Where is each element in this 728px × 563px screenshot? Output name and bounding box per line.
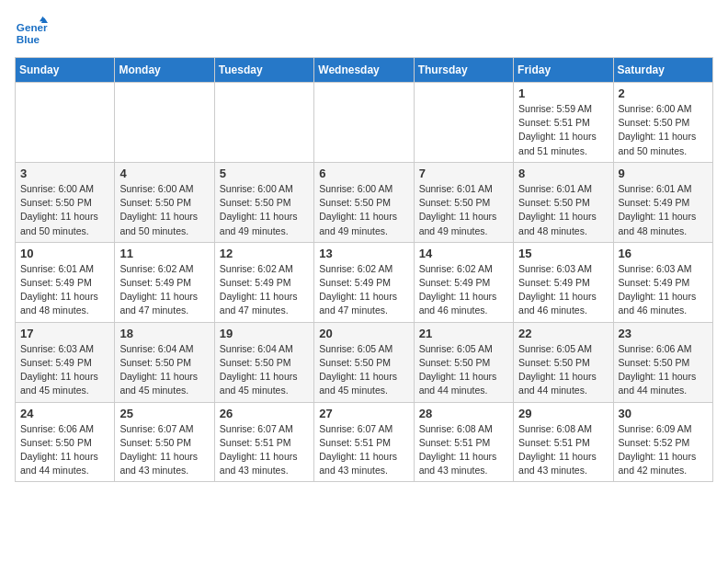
calendar-cell [214,83,313,163]
calendar-cell: 8Sunrise: 6:01 AM Sunset: 5:50 PM Daylig… [514,162,613,242]
calendar-cell: 22Sunrise: 6:05 AM Sunset: 5:50 PM Dayli… [514,322,613,402]
day-number: 3 [20,167,109,180]
day-info: Sunrise: 6:07 AM Sunset: 5:51 PM Dayligh… [220,422,309,478]
calendar-table: SundayMondayTuesdayWednesdayThursdayFrid… [15,57,713,482]
calendar-cell: 10Sunrise: 6:01 AM Sunset: 5:49 PM Dayli… [16,242,115,322]
day-number: 28 [419,407,508,420]
calendar-cell [115,83,214,163]
day-number: 21 [419,327,508,340]
calendar-cell: 25Sunrise: 6:07 AM Sunset: 5:50 PM Dayli… [115,402,214,482]
calendar-cell [16,83,115,163]
day-info: Sunrise: 6:00 AM Sunset: 5:50 PM Dayligh… [119,182,209,238]
day-info: Sunrise: 6:03 AM Sunset: 5:49 PM Dayligh… [20,342,109,398]
day-number: 22 [518,327,608,340]
day-info: Sunrise: 6:00 AM Sunset: 5:50 PM Dayligh… [20,182,109,238]
day-number: 30 [619,407,708,420]
day-info: Sunrise: 6:02 AM Sunset: 5:49 PM Dayligh… [419,262,508,318]
calendar-cell: 12Sunrise: 6:02 AM Sunset: 5:49 PM Dayli… [214,242,313,322]
day-info: Sunrise: 6:01 AM Sunset: 5:49 PM Dayligh… [20,262,109,318]
day-info: Sunrise: 6:00 AM Sunset: 5:50 PM Dayligh… [619,102,708,158]
calendar-cell: 1Sunrise: 5:59 AM Sunset: 5:51 PM Daylig… [514,83,613,163]
weekday-header-sunday: Sunday [16,58,115,83]
calendar-header: SundayMondayTuesdayWednesdayThursdayFrid… [16,58,713,83]
day-number: 8 [518,167,608,180]
calendar-cell: 4Sunrise: 6:00 AM Sunset: 5:50 PM Daylig… [115,162,214,242]
calendar-cell: 15Sunrise: 6:03 AM Sunset: 5:49 PM Dayli… [514,242,613,322]
day-number: 29 [518,407,608,420]
day-number: 12 [220,247,309,260]
day-info: Sunrise: 6:07 AM Sunset: 5:51 PM Dayligh… [319,422,408,478]
calendar-cell [414,83,513,163]
day-number: 17 [20,327,109,340]
day-info: Sunrise: 6:00 AM Sunset: 5:50 PM Dayligh… [319,182,408,238]
calendar-cell [314,83,414,163]
calendar-cell: 24Sunrise: 6:06 AM Sunset: 5:50 PM Dayli… [16,402,115,482]
day-number: 9 [619,167,708,180]
day-info: Sunrise: 5:59 AM Sunset: 5:51 PM Dayligh… [518,102,608,158]
page-header: General Blue [15,15,713,48]
calendar-cell: 11Sunrise: 6:02 AM Sunset: 5:49 PM Dayli… [115,242,214,322]
calendar-cell: 23Sunrise: 6:06 AM Sunset: 5:50 PM Dayli… [613,322,712,402]
day-number: 11 [119,247,209,260]
calendar-cell: 5Sunrise: 6:00 AM Sunset: 5:50 PM Daylig… [214,162,313,242]
day-info: Sunrise: 6:08 AM Sunset: 5:51 PM Dayligh… [518,422,608,478]
day-number: 16 [619,247,708,260]
day-info: Sunrise: 6:05 AM Sunset: 5:50 PM Dayligh… [518,342,608,398]
day-info: Sunrise: 6:07 AM Sunset: 5:50 PM Dayligh… [119,422,209,478]
calendar-cell: 16Sunrise: 6:03 AM Sunset: 5:49 PM Dayli… [613,242,712,322]
day-number: 27 [319,407,408,420]
day-info: Sunrise: 6:01 AM Sunset: 5:49 PM Dayligh… [619,182,708,238]
calendar-cell: 30Sunrise: 6:09 AM Sunset: 5:52 PM Dayli… [613,402,712,482]
calendar-cell: 21Sunrise: 6:05 AM Sunset: 5:50 PM Dayli… [414,322,513,402]
calendar-cell: 14Sunrise: 6:02 AM Sunset: 5:49 PM Dayli… [414,242,513,322]
calendar-cell: 29Sunrise: 6:08 AM Sunset: 5:51 PM Dayli… [514,402,613,482]
svg-text:Blue: Blue [17,33,40,45]
day-info: Sunrise: 6:02 AM Sunset: 5:49 PM Dayligh… [319,262,408,318]
weekday-header-thursday: Thursday [414,58,513,83]
day-info: Sunrise: 6:08 AM Sunset: 5:51 PM Dayligh… [419,422,508,478]
logo: General Blue [15,15,51,48]
weekday-header-monday: Monday [115,58,214,83]
calendar-cell: 3Sunrise: 6:00 AM Sunset: 5:50 PM Daylig… [16,162,115,242]
calendar-cell: 6Sunrise: 6:00 AM Sunset: 5:50 PM Daylig… [314,162,414,242]
calendar-cell: 9Sunrise: 6:01 AM Sunset: 5:49 PM Daylig… [613,162,712,242]
day-info: Sunrise: 6:06 AM Sunset: 5:50 PM Dayligh… [619,342,708,398]
day-number: 13 [319,247,408,260]
calendar-cell: 7Sunrise: 6:01 AM Sunset: 5:50 PM Daylig… [414,162,513,242]
day-number: 1 [518,86,608,100]
weekday-header-wednesday: Wednesday [314,58,414,83]
day-number: 18 [119,327,209,340]
day-info: Sunrise: 6:04 AM Sunset: 5:50 PM Dayligh… [119,342,209,398]
day-info: Sunrise: 6:00 AM Sunset: 5:50 PM Dayligh… [220,182,309,238]
weekday-header-friday: Friday [514,58,613,83]
day-info: Sunrise: 6:01 AM Sunset: 5:50 PM Dayligh… [419,182,508,238]
calendar-cell: 17Sunrise: 6:03 AM Sunset: 5:49 PM Dayli… [16,322,115,402]
day-info: Sunrise: 6:01 AM Sunset: 5:50 PM Dayligh… [518,182,608,238]
calendar-cell: 26Sunrise: 6:07 AM Sunset: 5:51 PM Dayli… [214,402,313,482]
day-number: 2 [619,86,708,100]
day-number: 15 [518,247,608,260]
day-number: 25 [119,407,209,420]
calendar-cell: 20Sunrise: 6:05 AM Sunset: 5:50 PM Dayli… [314,322,414,402]
weekday-header-saturday: Saturday [613,58,712,83]
day-info: Sunrise: 6:03 AM Sunset: 5:49 PM Dayligh… [518,262,608,318]
day-number: 10 [20,247,109,260]
day-info: Sunrise: 6:02 AM Sunset: 5:49 PM Dayligh… [119,262,209,318]
calendar-cell: 18Sunrise: 6:04 AM Sunset: 5:50 PM Dayli… [115,322,214,402]
day-info: Sunrise: 6:05 AM Sunset: 5:50 PM Dayligh… [419,342,508,398]
day-info: Sunrise: 6:05 AM Sunset: 5:50 PM Dayligh… [319,342,408,398]
day-info: Sunrise: 6:02 AM Sunset: 5:49 PM Dayligh… [220,262,309,318]
day-number: 20 [319,327,408,340]
day-number: 5 [220,167,309,180]
logo-icon: General Blue [15,15,48,48]
day-info: Sunrise: 6:06 AM Sunset: 5:50 PM Dayligh… [20,422,109,478]
calendar-cell: 28Sunrise: 6:08 AM Sunset: 5:51 PM Dayli… [414,402,513,482]
day-number: 14 [419,247,508,260]
calendar-cell: 27Sunrise: 6:07 AM Sunset: 5:51 PM Dayli… [314,402,414,482]
calendar-cell: 19Sunrise: 6:04 AM Sunset: 5:50 PM Dayli… [214,322,313,402]
day-number: 23 [619,327,708,340]
calendar-cell: 13Sunrise: 6:02 AM Sunset: 5:49 PM Dayli… [314,242,414,322]
day-info: Sunrise: 6:03 AM Sunset: 5:49 PM Dayligh… [619,262,708,318]
day-info: Sunrise: 6:09 AM Sunset: 5:52 PM Dayligh… [619,422,708,478]
day-number: 24 [20,407,109,420]
